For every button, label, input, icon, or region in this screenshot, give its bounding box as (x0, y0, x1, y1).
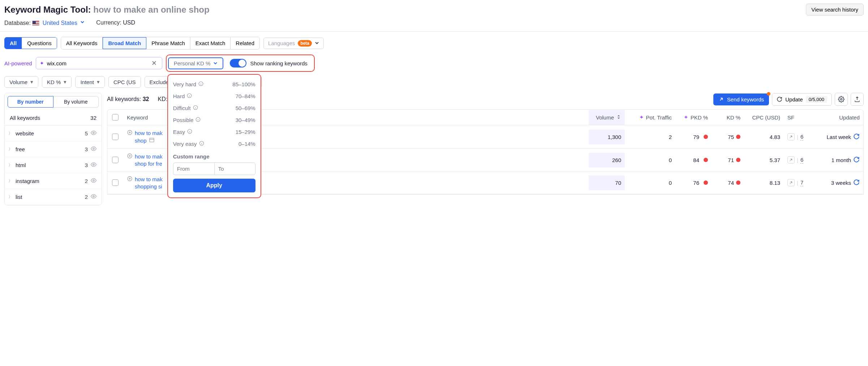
eye-icon[interactable] (91, 162, 96, 169)
pkd-option-very-hard[interactable]: Very hard 85–100% (173, 78, 255, 90)
pkd-option-easy[interactable]: Easy 15–29% (173, 126, 255, 138)
keyword-link[interactable]: how to mak (127, 153, 163, 160)
refresh-icon[interactable] (853, 156, 860, 164)
database-selector[interactable]: Database: United States (4, 19, 85, 26)
row-checkbox[interactable] (112, 179, 119, 186)
keyword-link[interactable]: how to mak (127, 176, 163, 183)
sidebar-item[interactable]: 〉 free 3 (5, 141, 102, 157)
sidebar-item[interactable]: 〉 list 2 (5, 189, 102, 205)
svg-point-7 (93, 148, 94, 149)
keyword-link[interactable]: how to mak (127, 130, 163, 136)
domain-input[interactable] (47, 60, 147, 66)
sidebar-item[interactable]: 〉 html 3 (5, 157, 102, 173)
row-checkbox[interactable] (112, 157, 119, 163)
chevron-right-icon: 〉 (8, 146, 13, 152)
tab-related[interactable]: Related (231, 37, 259, 49)
updated-cell: Last week (816, 129, 863, 145)
difficulty-dot-icon (704, 135, 708, 139)
column-kd[interactable]: KD % (712, 110, 744, 125)
domain-input-wrapper[interactable]: ✦ ✕ (36, 57, 162, 69)
filter-volume[interactable]: Volume▾ (4, 76, 38, 88)
page-title: Keyword Magic Tool: how to make an onlin… (4, 5, 210, 15)
volume-cell: 260 (589, 153, 625, 167)
eye-icon[interactable] (91, 146, 96, 153)
sf-cell[interactable]: |6 (784, 129, 816, 145)
chevron-down-icon: ▾ (97, 79, 100, 85)
keyword-link[interactable]: shop for fre (135, 161, 162, 167)
sf-cell[interactable]: |7 (784, 175, 816, 191)
select-all-checkbox[interactable] (112, 114, 119, 121)
sparkle-icon: ✦ (684, 114, 688, 121)
sidebar-item[interactable]: 〉 website 5 (5, 126, 102, 141)
kd-cell: 74 (712, 175, 744, 190)
tab-questions[interactable]: Questions (22, 38, 57, 49)
custom-range-label: Custom range (173, 150, 255, 162)
custom-range-to-input[interactable] (214, 162, 255, 175)
search-query: how to make an online shop (93, 5, 209, 14)
column-sf[interactable]: SF (784, 110, 816, 125)
beta-badge: beta (298, 40, 312, 47)
column-cpc[interactable]: CPC (USD) (744, 110, 784, 125)
column-updated[interactable]: Updated (816, 110, 863, 125)
chevron-down-icon (213, 60, 218, 66)
update-button[interactable]: Update 0/5,000 (772, 93, 832, 106)
svg-point-9 (93, 180, 94, 181)
chevron-right-icon: 〉 (8, 178, 13, 184)
chevron-down-icon: ▾ (64, 79, 66, 85)
refresh-icon[interactable] (853, 133, 860, 141)
eye-icon[interactable] (91, 178, 96, 184)
sidebar-tab-by-volume[interactable]: By volume (53, 96, 99, 108)
filter-cpc[interactable]: CPC (US (108, 76, 141, 88)
chevron-right-icon: 〉 (8, 194, 13, 200)
custom-range-from-input[interactable] (173, 162, 214, 175)
column-pkd[interactable]: ✦PKD % (675, 110, 712, 125)
plus-circle-icon[interactable] (127, 153, 133, 160)
eye-icon[interactable] (91, 130, 96, 137)
row-checkbox[interactable] (112, 134, 119, 140)
difficulty-dot-icon (704, 158, 708, 162)
sparkle-icon: ✦ (40, 60, 44, 66)
update-counter: 0/5,000 (806, 96, 827, 103)
pkd-option-possible[interactable]: Possible 30–49% (173, 114, 255, 126)
eye-icon[interactable] (91, 193, 96, 200)
difficulty-dot-icon (736, 158, 740, 162)
pkd-cell: 84 (675, 153, 712, 167)
plus-circle-icon[interactable] (127, 176, 133, 183)
clear-input-icon[interactable]: ✕ (150, 59, 158, 67)
settings-button[interactable] (835, 93, 848, 106)
keyword-link[interactable]: shopping si (135, 183, 162, 189)
pot-traffic-cell: 0 (625, 153, 675, 167)
sidebar-tab-by-number[interactable]: By number (8, 96, 53, 108)
pkd-option-hard[interactable]: Hard 70–84% (173, 90, 255, 102)
personal-kd-dropdown[interactable]: Personal KD % Very hard 85–100% Hard 70–… (168, 57, 224, 69)
refresh-icon[interactable] (853, 179, 860, 187)
view-search-history-button[interactable]: View search history (806, 4, 864, 16)
plus-circle-icon[interactable] (127, 130, 133, 136)
tab-all-keywords[interactable]: All Keywords (61, 37, 103, 49)
us-flag-icon (32, 21, 39, 26)
sidebar-all-keywords[interactable]: All keywords 32 (5, 110, 102, 126)
serp-icon[interactable] (149, 137, 155, 144)
pkd-option-very-easy[interactable]: Very easy 0–14% (173, 138, 255, 150)
export-button[interactable] (851, 93, 864, 106)
sidebar-item[interactable]: 〉 instagram 2 (5, 173, 102, 189)
sort-icon (616, 114, 621, 121)
currency-display: Currency: USD (96, 19, 135, 26)
keyword-link[interactable]: shop (135, 137, 155, 144)
send-keywords-button[interactable]: Send keywords (713, 93, 769, 105)
column-volume[interactable]: Volume (589, 110, 625, 125)
tab-all[interactable]: All (5, 38, 22, 49)
column-pot-traffic[interactable]: ✦Pot. Traffic (625, 110, 675, 125)
filter-intent[interactable]: Intent▾ (75, 76, 105, 88)
tab-exact-match[interactable]: Exact Match (190, 37, 231, 49)
show-ranking-toggle[interactable] (230, 59, 246, 67)
apply-button[interactable]: Apply (173, 179, 255, 192)
sf-cell[interactable]: |6 (784, 152, 816, 168)
filter-kd[interactable]: KD %▾ (42, 76, 72, 88)
languages-dropdown[interactable]: Languages beta (263, 38, 324, 49)
pkd-option-difficult[interactable]: Difficult 50–69% (173, 102, 255, 114)
tab-phrase-match[interactable]: Phrase Match (146, 37, 190, 49)
info-icon (193, 105, 198, 111)
tab-broad-match[interactable]: Broad Match (103, 37, 146, 49)
chevron-down-icon (80, 19, 85, 26)
